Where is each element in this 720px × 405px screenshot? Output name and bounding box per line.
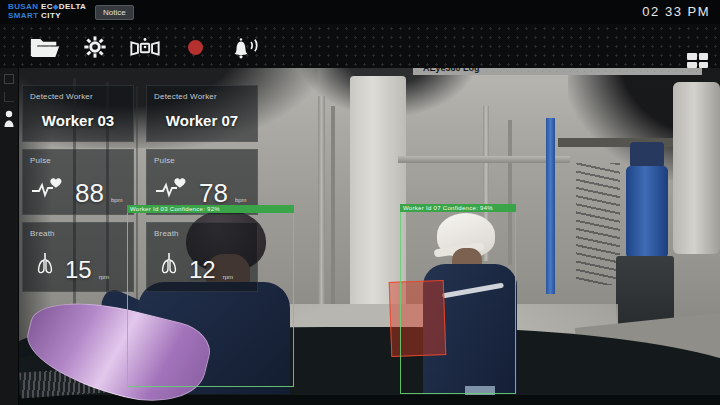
worker03-panel-column: Detected Worker Worker 03 Pulse 88 bpm B…: [22, 85, 134, 292]
heart-pulse-icon: [32, 176, 68, 205]
rail-pulse-icon[interactable]: [4, 92, 14, 102]
worker03-id-card: Detected Worker Worker 03: [22, 85, 134, 142]
brand-smart: SMART: [8, 11, 38, 20]
worker03-pulse-value: 88: [75, 181, 104, 205]
settings-gear-icon[interactable]: [78, 33, 112, 61]
worker03-name: Worker 03: [23, 112, 133, 129]
worker03-breath-card: Breath 15 rpm: [22, 222, 134, 292]
scene-blue-column: [546, 118, 555, 294]
pulse-label: Pulse: [30, 156, 51, 165]
notice-button[interactable]: Notice: [95, 5, 134, 20]
rail-panel-icon[interactable]: [4, 74, 14, 84]
top-bar: BUSAN EC◆DELTA SMART CITY Notice 02 33 P…: [0, 0, 720, 24]
scene-pump-motor: [630, 142, 664, 168]
layout-grid-icon[interactable]: [687, 53, 708, 68]
worker07-id-card: Detected Worker Worker 07: [146, 85, 258, 142]
worker03-breath-unit: rpm: [99, 274, 109, 282]
lungs-icon: [32, 252, 58, 282]
aeye360-monitoring-app: Worker Id 03 Confidence: 92% Worker Id 0…: [0, 0, 720, 405]
scene-pipe: [398, 156, 570, 163]
worker03-breath-value: 15: [65, 258, 92, 282]
toolbar-icon-row: [28, 33, 262, 61]
worker03-pulse-card: Pulse 88 bpm: [22, 149, 134, 215]
worker03-detection-label: Worker Id 03 Confidence: 92%: [127, 205, 294, 213]
record-dot: [188, 40, 203, 55]
worker07-detection-label: Worker Id 07 Confidence: 94%: [400, 204, 516, 212]
record-icon[interactable]: [178, 33, 212, 61]
person-icon[interactable]: [3, 110, 15, 132]
camera-360-icon[interactable]: [128, 33, 162, 61]
detected-worker-label: Detected Worker: [154, 92, 217, 101]
clock: 02 33 PM: [642, 4, 710, 19]
pulse-label: Pulse: [154, 156, 175, 165]
worker07-name: Worker 07: [147, 112, 257, 129]
scene-tank: [673, 82, 720, 254]
breath-label: Breath: [30, 229, 55, 238]
scene-cables: [576, 163, 620, 285]
open-folder-icon[interactable]: [28, 33, 62, 61]
brand-delta: DELTA: [59, 2, 86, 11]
worker03-pulse-unit: bpm: [111, 197, 123, 205]
detected-worker-label: Detected Worker: [30, 92, 93, 101]
worker07-pulse-value: 78: [199, 181, 228, 205]
worker07-pulse-unit: bpm: [235, 197, 247, 205]
worker07-detection-box: Worker Id 07 Confidence: 94%: [400, 204, 516, 394]
left-rail: [0, 68, 19, 405]
brand-logo: BUSAN EC◆DELTA SMART CITY: [8, 3, 86, 20]
scene-pump-body: [626, 166, 668, 258]
heart-pulse-icon: [156, 176, 192, 205]
worker03-detection-box: Worker Id 03 Confidence: 92%: [127, 205, 294, 387]
brand-city: CITY: [41, 11, 61, 20]
alarm-bell-icon[interactable]: [228, 33, 262, 61]
toolbar: [0, 24, 720, 68]
